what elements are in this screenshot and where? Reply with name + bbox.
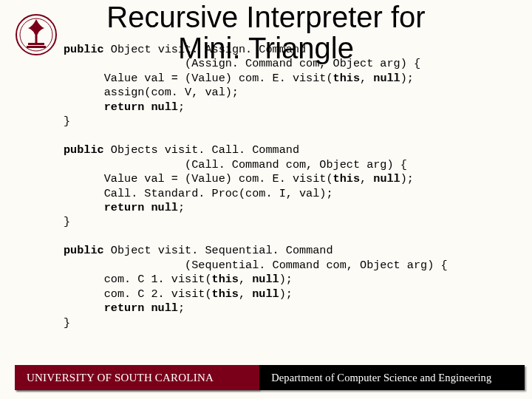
svg-rect-2 (35, 35, 38, 43)
kw-null: null (252, 287, 279, 301)
params: (Call. Command com, Object arg) { (185, 158, 407, 171)
method-name: visit. Call. Command (165, 143, 299, 157)
stmt: assign(com. V, val); (104, 86, 239, 99)
kw-this: this (333, 172, 360, 185)
footer-left-text: UNIVERSITY OF SOUTH CAROLINA (27, 372, 214, 384)
university-seal-logo (15, 13, 58, 56)
kw-return: return null (104, 201, 178, 214)
kw-public: public (64, 244, 104, 257)
code-block: public Object visit. Assign. Command (As… (64, 43, 448, 330)
kw-this: this (333, 72, 360, 85)
kw-this: this (212, 287, 239, 301)
kw-this: this (212, 273, 239, 286)
kw-null: null (252, 273, 279, 286)
kw-public: public (64, 143, 104, 157)
kw-return: return null (104, 301, 178, 315)
svg-rect-3 (28, 43, 44, 45)
method-name: visit. Sequential. Command (158, 244, 333, 257)
kw-null: null (373, 172, 400, 185)
footer-bar: UNIVERSITY OF SOUTH CAROLINA Department … (15, 365, 525, 390)
ret-type: Objects (111, 143, 158, 157)
slide-title: Recursive Interpreter for Mini. Triangle (0, 1, 532, 64)
brace-close: } (64, 215, 70, 228)
footer-university: UNIVERSITY OF SOUTH CAROLINA (15, 365, 259, 390)
brace-close: } (64, 316, 70, 330)
kw-null: null (373, 72, 400, 85)
footer-department: Department of Computer Science and Engin… (259, 365, 525, 390)
stmt: Call. Standard. Proc(com. I, val); (104, 187, 333, 200)
footer-right-text: Department of Computer Science and Engin… (271, 372, 491, 384)
brace-close: } (64, 115, 70, 128)
svg-rect-4 (27, 46, 46, 48)
stmt: com. C 2. visit( (104, 287, 212, 301)
title-line-1: Recursive Interpreter for (106, 1, 425, 33)
title-line-2: Mini. Triangle (178, 32, 354, 64)
stmt: Value val = (Value) com. E. visit( (104, 72, 333, 85)
ret-type: Object (111, 244, 151, 257)
kw-return: return null (104, 100, 178, 114)
params: (Sequential. Command com, Object arg) { (185, 259, 447, 272)
stmt: com. C 1. visit( (104, 273, 212, 286)
stmt: Value val = (Value) com. E. visit( (104, 172, 333, 185)
